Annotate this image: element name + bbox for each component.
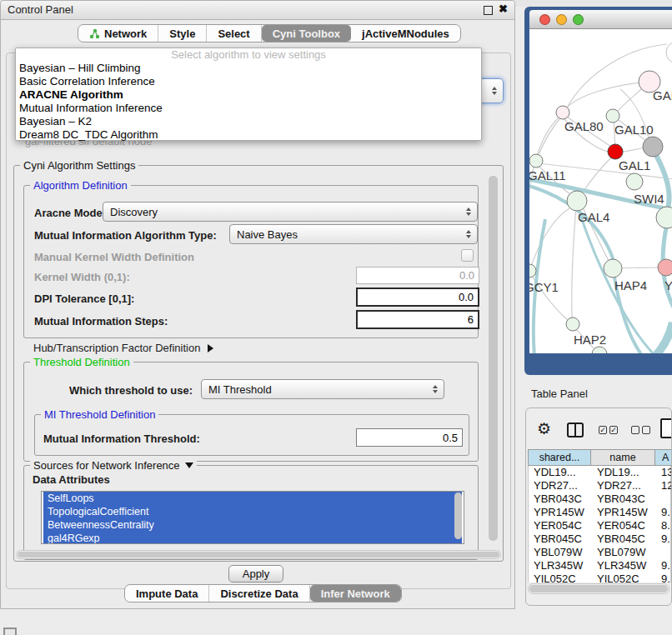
- control-panel-titlebar[interactable]: Control Panel ✖: [1, 1, 514, 20]
- algorithm-option-basic-correlation-inference[interactable]: Basic Correlation Inference: [16, 75, 481, 88]
- attribute-item-topologicalcoefficient[interactable]: TopologicalCoefficient: [43, 505, 462, 518]
- sources-title[interactable]: Sources for Network Inference: [30, 459, 197, 472]
- algorithm-option-bayesian-hill-climbing[interactable]: Bayesian – Hill Climbing: [16, 62, 481, 75]
- tab-discretize-data[interactable]: Discretize Data: [209, 585, 309, 602]
- network-node-gal80[interactable]: [556, 106, 569, 119]
- gear-icon[interactable]: ⚙: [537, 421, 551, 437]
- dpi-tolerance-label: DPI Tolerance [0,1]:: [34, 292, 134, 305]
- column-header-name[interactable]: name: [591, 449, 655, 466]
- deselect-all-icon[interactable]: [631, 426, 650, 434]
- traffic-light-zoom-icon[interactable]: [573, 14, 584, 25]
- network-node-gal4[interactable]: [567, 191, 587, 211]
- network-canvas[interactable]: GALGAL80GAL10GAL1GAL11SWI4GAL4GCY1HAP4YH…: [529, 29, 672, 353]
- node-label-gal4: GAL4: [578, 210, 609, 224]
- traffic-light-minimize-icon[interactable]: [556, 14, 567, 25]
- network-node[interactable]: [643, 137, 663, 157]
- checked-box-icon: ✓: [609, 426, 618, 434]
- algorithm-option-aracne-algorithm[interactable]: ARACNE Algorithm: [16, 88, 481, 102]
- attribute-item-betweennesscentrality[interactable]: BetweennessCentrality: [43, 518, 462, 532]
- table-horizontal-scrollbar[interactable]: [528, 583, 669, 594]
- checked-box-icon: ✓: [599, 426, 607, 434]
- dpi-tolerance-field[interactable]: 0.0: [356, 288, 479, 307]
- attribute-item-gal4rgexp[interactable]: gal4RGexp: [43, 532, 462, 544]
- threshold-definition-group: Threshold Definition Which threshold to …: [23, 362, 479, 462]
- table-row[interactable]: YIL052CYIL052C9.: [529, 572, 670, 582]
- aracne-mode-combo[interactable]: Discovery: [103, 202, 478, 222]
- tab-impute-data[interactable]: Impute Data: [125, 585, 209, 602]
- table-row[interactable]: YBL079WYBL079W: [529, 546, 670, 559]
- table-row[interactable]: YDL19...YDL19...13: [529, 466, 670, 479]
- network-node-gal10[interactable]: [606, 109, 619, 122]
- select-all-icon[interactable]: ✓ ✓: [599, 426, 618, 434]
- bottom-tab-bar: Impute DataDiscretize DataInfer Network: [124, 584, 402, 602]
- attributes-list-scrollbar[interactable]: [454, 492, 462, 539]
- network-node-gal11[interactable]: [529, 154, 543, 168]
- mi-algorithm-type-label: Mutual Information Algorithm Type:: [34, 229, 217, 242]
- settings-horizontal-scrollbar[interactable]: [16, 550, 501, 559]
- which-threshold-combo[interactable]: MI Threshold: [201, 379, 444, 399]
- network-node-y[interactable]: [658, 259, 672, 276]
- tab-cyni-toolbox[interactable]: Cyni Toolbox: [262, 25, 351, 42]
- table-header-row: shared...nameA: [528, 449, 671, 466]
- tab-label: Select: [218, 28, 249, 40]
- table-cell: YBR045C: [529, 532, 592, 546]
- expanded-arrow-icon: [185, 462, 193, 468]
- aracne-mode-label: Aracne Mode:: [34, 207, 106, 219]
- network-node[interactable]: [656, 207, 672, 228]
- table-cell: YER054C: [592, 519, 656, 532]
- network-edge[interactable]: [531, 208, 569, 266]
- table-row[interactable]: YER054CYER054C8.: [529, 519, 670, 532]
- document-icon[interactable]: [660, 418, 672, 438]
- column-header-shared-[interactable]: shared...: [528, 449, 591, 466]
- tab-label: Network: [104, 28, 147, 40]
- algorithm-option-bayesian-k2[interactable]: Bayesian – K2: [16, 115, 481, 128]
- mi-algorithm-type-combo[interactable]: Naive Bayes: [229, 224, 478, 244]
- network-edge[interactable]: [538, 115, 563, 157]
- network-edge[interactable]: [620, 268, 659, 268]
- network-node[interactable]: [592, 347, 607, 353]
- column-header-a[interactable]: A: [655, 449, 671, 466]
- data-attributes-list[interactable]: SelfLoopsTopologicalCoefficientBetweenne…: [41, 491, 464, 544]
- float-window-icon[interactable]: [484, 6, 493, 15]
- node-label-hap4: HAP4: [614, 278, 647, 292]
- attribute-item-selfloops[interactable]: SelfLoops: [43, 492, 462, 505]
- table-cell: YBR043C: [592, 492, 656, 506]
- tab-jactivemnodules[interactable]: jActiveMNodules: [351, 25, 460, 42]
- network-node[interactable]: [666, 42, 672, 63]
- network-icon: [89, 28, 100, 39]
- mi-threshold-field[interactable]: 0.5: [356, 428, 463, 447]
- manual-kernel-width-checkbox[interactable]: [461, 249, 474, 262]
- network-edge[interactable]: [619, 148, 645, 152]
- network-node-swi4[interactable]: [626, 173, 643, 190]
- screen: Control Panel ✖ NetworkStyleSelectCyni T…: [0, 0, 672, 635]
- apply-button[interactable]: Apply: [228, 565, 283, 582]
- hub-definition-toggle[interactable]: Hub/Transcription Factor Definition: [33, 342, 213, 354]
- table-body: YDL19...YDL19...13YDR27...YDR27...12YBR0…: [528, 466, 671, 582]
- network-node-hap2[interactable]: [566, 318, 579, 331]
- tab-infer-network[interactable]: Infer Network: [310, 585, 401, 602]
- close-icon[interactable]: ✖: [499, 2, 508, 15]
- network-edge[interactable]: [566, 82, 649, 108]
- tab-style[interactable]: Style: [158, 25, 207, 42]
- control-panel-title: Control Panel: [8, 3, 73, 16]
- columns-icon[interactable]: [567, 422, 584, 438]
- table-row[interactable]: YDR27...YDR27...12: [529, 479, 670, 492]
- algorithm-option-dream8-dc-tdc-algorithm[interactable]: Dream8 DC_TDC Algorithm: [16, 128, 481, 142]
- network-node-gal1[interactable]: [608, 144, 623, 159]
- tab-network[interactable]: Network: [78, 25, 158, 42]
- table-row[interactable]: YBR045CYBR045C9.: [529, 532, 670, 546]
- network-node-hap4[interactable]: [604, 259, 622, 278]
- network-window-titlebar[interactable]: [529, 10, 672, 29]
- table-row[interactable]: YLR345WYLR345W9.: [529, 559, 670, 572]
- mi-steps-field[interactable]: 6: [356, 310, 479, 329]
- table-row[interactable]: YPR145WYPR145W9.: [529, 506, 670, 519]
- network-edge[interactable]: [583, 156, 613, 192]
- traffic-light-close-icon[interactable]: [539, 14, 550, 25]
- kernel-width-field[interactable]: 0.0: [356, 267, 479, 284]
- table-row[interactable]: YBR043CYBR043C: [529, 492, 670, 506]
- settings-vertical-scrollbar[interactable]: [489, 176, 498, 541]
- algorithm-option-mutual-information-inference[interactable]: Mutual Information Inference: [16, 102, 481, 115]
- network-edge[interactable]: [572, 207, 576, 318]
- minimized-window-icon[interactable]: [3, 628, 17, 635]
- tab-select[interactable]: Select: [207, 25, 261, 42]
